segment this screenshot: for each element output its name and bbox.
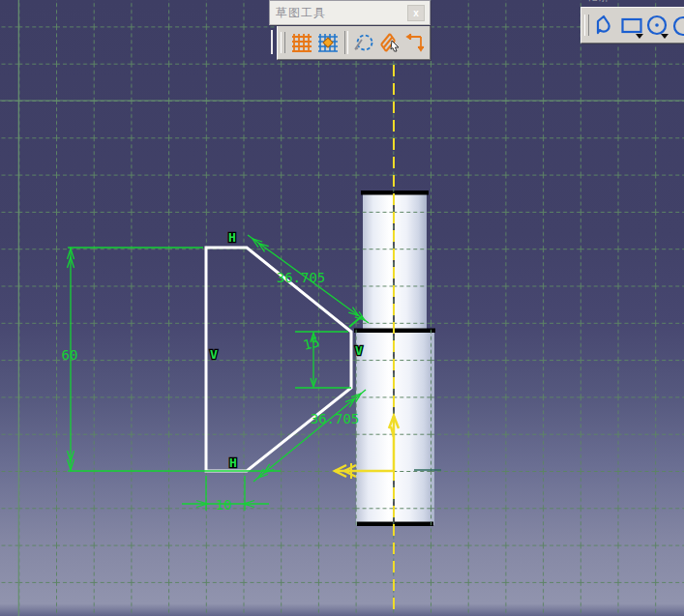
constraint-label-h-top[interactable]: H	[228, 230, 236, 245]
sketch-tools-title: 草图工具	[270, 5, 326, 21]
chevron-down-icon[interactable]	[661, 34, 669, 39]
close-icon: x	[413, 8, 419, 18]
geometrical-constraints-button[interactable]	[377, 29, 403, 57]
rectangle-button[interactable]	[618, 12, 644, 40]
dimension-value-bottom-horizontal[interactable]: 10	[216, 497, 232, 513]
sketch-tools-toolbar[interactable]: 草图工具 x	[269, 0, 431, 60]
construction-standard-element-button[interactable]	[351, 29, 377, 57]
conic-button[interactable]	[669, 12, 684, 40]
close-button[interactable]: x	[407, 5, 425, 21]
dimension-value-left-vertical[interactable]: 60	[62, 347, 78, 363]
constraint-label-h-bottom[interactable]: H	[229, 455, 237, 470]
toolbar-grip[interactable]	[281, 32, 285, 53]
sketch-tools-titlebar[interactable]: 草图工具 x	[269, 0, 431, 25]
constraint-label-v-right[interactable]: V	[355, 343, 363, 358]
toolbar-separator	[344, 31, 348, 54]
toolbar-drag-grip[interactable]	[271, 30, 273, 54]
profile-title: 轮廓	[580, 0, 611, 5]
circle-button[interactable]	[644, 12, 670, 40]
construction-standard-element-icon	[352, 31, 375, 54]
profile-toolbar[interactable]: 轮廓	[580, 0, 684, 44]
snap-to-point-icon	[316, 31, 340, 54]
constraint-label-v-left[interactable]: V	[210, 347, 218, 362]
dimensional-constraints-button[interactable]	[403, 29, 430, 57]
sketch-canvas[interactable]: 36.705 60 15 36.705 10 H H V V	[0, 0, 684, 616]
profile-icon	[593, 13, 618, 38]
dimension-value-bottom-diagonal[interactable]: 36.705	[311, 411, 360, 426]
dimension-value-top-diagonal[interactable]: 36.705	[277, 270, 326, 285]
catia-sketcher-viewport: { "viewport": { "background_top": "#3e3e…	[0, 0, 684, 616]
profile-button-row	[580, 7, 684, 44]
conic-icon	[670, 13, 684, 38]
grid-minor-lines	[0, 0, 684, 616]
geometrical-constraints-icon	[378, 31, 401, 54]
snap-to-point-button[interactable]	[315, 29, 342, 57]
profile-titlebar[interactable]: 轮廓	[580, 0, 684, 7]
grid-button[interactable]	[289, 29, 315, 57]
toolbar-grip[interactable]	[584, 15, 589, 36]
chevron-down-icon[interactable]	[636, 34, 643, 39]
sketch-tools-button-row	[277, 25, 431, 60]
profile-button[interactable]	[593, 12, 619, 40]
sketch-grid	[0, 0, 684, 616]
dimensional-constraints-icon	[404, 31, 428, 54]
grid-icon	[290, 31, 313, 54]
